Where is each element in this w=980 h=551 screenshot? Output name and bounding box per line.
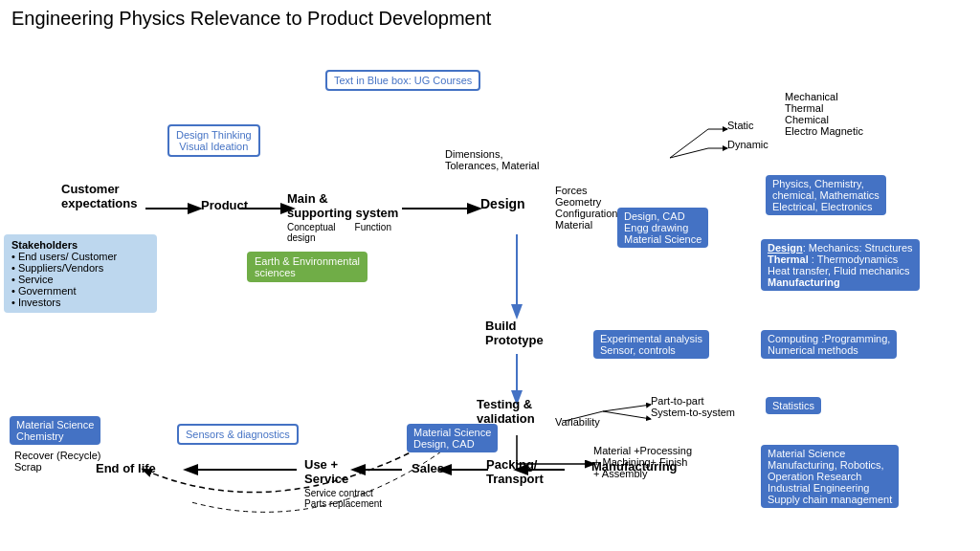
physics-box: Physics, Chemistry,chemical, Mathematics… — [766, 175, 886, 215]
svg-line-7 — [670, 129, 708, 158]
statistics-box: Statistics — [766, 397, 821, 414]
svg-line-8 — [670, 148, 708, 158]
variability-node: Variability — [555, 416, 600, 428]
recover-scrap-node: Recover (Recycle)Scrap — [14, 450, 100, 473]
design-mechanics-box: Design: Mechanics: Structures Thermal : … — [761, 239, 920, 291]
part-to-part-node: Part-to-part System-to-system — [651, 395, 735, 418]
end-of-life-node: End of life — [96, 461, 156, 475]
svg-line-17 — [603, 411, 651, 419]
testing-node: Testing &validation — [477, 397, 535, 426]
build-prototype-node: BuildPrototype — [485, 319, 544, 347]
dimensions-node: Dimensions,Tolerances, Material — [445, 148, 539, 171]
design-thinking-box: Design ThinkingVisual Ideation — [167, 124, 260, 157]
experimental-box: Experimental analysisSensor, controls — [593, 330, 709, 359]
mat-sci-chem-box: Material ScienceChemistry — [10, 416, 100, 445]
packing-node: Packing/Transport — [486, 457, 544, 486]
sensors-box: Sensors & diagnostics — [177, 424, 299, 445]
main-title: Engineering Physics Relevance to Product… — [0, 0, 980, 33]
main-supporting-node: Main &supporting system Conceptualdesign… — [287, 191, 398, 243]
earth-env-box: Earth & Environmentalsciences — [247, 252, 368, 282]
forces-node: Forces Geometry Configuration Material — [555, 185, 617, 231]
mat-sci-design-box: Material ScienceDesign, CAD — [407, 424, 498, 452]
computing-box: Computing :Programming,Numerical methods — [761, 330, 897, 359]
use-service-node: Use +Service Service contractParts repla… — [304, 457, 382, 509]
manufacturing-node: Manufacturing — [591, 459, 678, 474]
stakeholders-box: Stakeholders • End users/ Customer • Sup… — [4, 234, 157, 313]
svg-line-16 — [603, 405, 651, 411]
static-dynamic: Static Dynamic — [727, 120, 768, 150]
design-node: Design — [480, 196, 525, 211]
legend-box: Text in Blue box: UG Courses — [325, 70, 480, 91]
material-science-mfg-box: Material ScienceManufacturing, Robotics,… — [761, 445, 899, 508]
product-node: Product — [201, 198, 248, 212]
customer-node: Customerexpectations — [61, 182, 137, 210]
design-cad-box: Design, CADEngg drawingMaterial Science — [617, 208, 708, 248]
disciplines-list: Mechanical Thermal Chemical Electro Magn… — [785, 91, 863, 137]
sales-node: Sales — [412, 461, 444, 475]
